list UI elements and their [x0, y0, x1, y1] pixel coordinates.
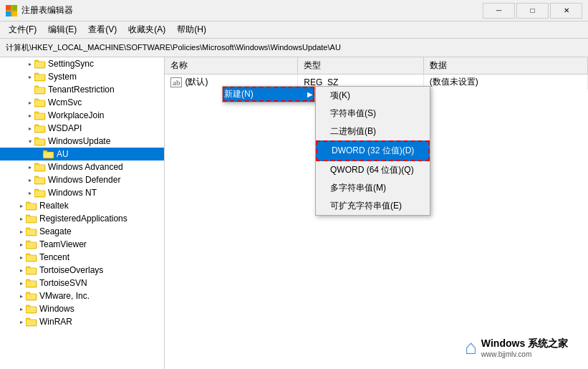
tree-label-seagate: Seagate — [39, 226, 72, 236]
svg-rect-27 — [44, 153, 53, 158]
right-panel: 名称 类型 数据 ab(默认)REG_SZ(数值未设置) 新建(N) ▶ 项(K… — [165, 57, 588, 369]
tree-item-settingsync[interactable]: ▸ SettingSync — [0, 57, 164, 70]
col-name[interactable]: 名称 — [165, 57, 298, 75]
menu-item-查看[interactable]: 查看(V) — [82, 22, 122, 37]
folder-icon-tencent — [26, 252, 37, 262]
tree-label-wcmsvc: WcmSvc — [48, 97, 82, 107]
menu-item-帮助[interactable]: 帮助(H) — [171, 22, 212, 37]
svg-rect-9 — [35, 75, 44, 81]
close-button[interactable]: ✕ — [550, 3, 582, 19]
tree-panel[interactable]: ▸ SettingSync▸ System TenantRestriction▸… — [0, 57, 165, 369]
tree-item-tenantrestriction[interactable]: TenantRestriction — [0, 83, 164, 96]
folder-icon-windowsnt — [34, 188, 46, 198]
expander-settingsync[interactable]: ▸ — [26, 59, 34, 68]
expander-wcmsvc[interactable]: ▸ — [26, 98, 34, 107]
expander-vmware[interactable]: ▸ — [17, 292, 26, 300]
folder-icon-registeredapps — [26, 214, 37, 224]
main-area: ▸ SettingSync▸ System TenantRestriction▸… — [0, 57, 588, 369]
maximize-button[interactable]: □ — [516, 3, 549, 19]
window-controls: ─ □ ✕ — [483, 3, 582, 19]
tree-item-realtek[interactable]: ▸ Realtek — [0, 199, 164, 212]
svg-rect-12 — [35, 88, 44, 94]
submenu-zifu[interactable]: 字符串值(S) — [316, 105, 430, 123]
tree-item-wcmsvc[interactable]: ▸ WcmSvc — [0, 96, 164, 109]
expander-tortoisesvn[interactable]: ▸ — [17, 279, 26, 287]
expander-system[interactable]: ▸ — [26, 72, 34, 81]
tree-item-workplacejoin[interactable]: ▸ WorkplaceJoin — [0, 109, 164, 122]
submenu-kzc[interactable]: 可扩充字符串值(E) — [316, 197, 430, 215]
tree-item-windowsadvanced[interactable]: ▸ Windows Advanced — [0, 160, 164, 173]
registry-table: 名称 类型 数据 ab(默认)REG_SZ(数值未设置) — [165, 57, 588, 90]
folder-icon-vmware — [26, 291, 37, 301]
svg-rect-0 — [6, 5, 11, 10]
svg-rect-63 — [26, 307, 36, 313]
submenu-xiang[interactable]: 项(K) — [316, 87, 430, 105]
col-data[interactable]: 数据 — [423, 57, 587, 75]
expander-seagate[interactable]: ▸ — [17, 227, 26, 236]
folder-icon-realtek — [26, 201, 37, 211]
expander-tenantrestriction[interactable] — [26, 85, 34, 94]
minimize-button[interactable]: ─ — [483, 3, 515, 19]
col-type[interactable]: 类型 — [298, 57, 423, 75]
new-label: 新建(N) — [224, 88, 254, 100]
folder-icon-tortoiseoverlays — [26, 265, 37, 275]
tree-item-tortoiseoverlays[interactable]: ▸ TortoiseOverlays — [0, 264, 164, 277]
tree-item-windowsupdate[interactable]: ▾ WindowsUpdate — [0, 135, 164, 148]
expander-tortoiseoverlays[interactable]: ▸ — [17, 266, 26, 274]
expander-registeredapps[interactable]: ▸ — [17, 214, 26, 223]
folder-icon-teamviewer — [26, 239, 37, 249]
tree-item-windowsnt[interactable]: ▸ Windows NT — [0, 186, 164, 199]
svg-rect-2 — [6, 11, 11, 16]
tree-item-registeredapps[interactable]: ▸ RegisteredApplications — [0, 212, 164, 225]
new-menu-item[interactable]: 新建(N) ▶ — [223, 87, 314, 102]
folder-icon-tortoisesvn — [26, 278, 37, 288]
address-bar: 计算机\HKEY_LOCAL_MACHINE\SOFTWARE\Policies… — [0, 39, 588, 57]
submenu-jinzhi[interactable]: 二进制值(B) — [316, 123, 430, 140]
menu-item-编辑[interactable]: 编辑(E) — [42, 22, 82, 37]
brand-name: Windows 系统之家 — [481, 337, 568, 350]
tree-item-seagate[interactable]: ▸ Seagate — [0, 225, 164, 238]
tree-item-tortoisesvn[interactable]: ▸ TortoiseSVN — [0, 277, 164, 289]
watermark: ⌂ Windows 系统之家 www.bjjmlv.com — [445, 326, 588, 369]
expander-realtek[interactable]: ▸ — [17, 201, 26, 210]
submenu-qword[interactable]: QWORD (64 位值)(Q) — [316, 161, 430, 179]
tree-item-windows[interactable]: ▸ Windows — [0, 302, 164, 315]
tree-item-tencent[interactable]: ▸ Tencent — [0, 251, 164, 264]
expander-windowsnt[interactable]: ▸ — [26, 188, 34, 197]
svg-rect-18 — [35, 114, 44, 120]
expander-au[interactable] — [34, 150, 43, 158]
svg-rect-30 — [35, 166, 44, 171]
tree-item-wsdapi[interactable]: ▸ WSDAPI — [0, 122, 164, 135]
tree-label-windowsadvanced: Windows Advanced — [48, 162, 123, 172]
menu-item-文件[interactable]: 文件(F) — [3, 22, 42, 37]
menu-item-收藏夹[interactable]: 收藏夹(A) — [122, 22, 171, 37]
submenu-duozi[interactable]: 多字符串值(M) — [316, 179, 430, 197]
folder-icon-system — [34, 72, 46, 82]
tree-item-vmware[interactable]: ▸ VMware, Inc. — [0, 289, 164, 302]
folder-icon-au — [43, 149, 54, 159]
tree-item-windowsdefender[interactable]: ▸ Windows Defender — [0, 173, 164, 186]
expander-windowsupdate[interactable]: ▾ — [26, 137, 34, 145]
svg-rect-1 — [12, 5, 17, 10]
menu-bar: 文件(F)编辑(E)查看(V)收藏夹(A)帮助(H) — [0, 21, 588, 39]
svg-rect-36 — [35, 191, 44, 197]
tree-item-teamviewer[interactable]: ▸ TeamViewer — [0, 238, 164, 251]
expander-windows[interactable]: ▸ — [17, 305, 26, 313]
expander-windowsadvanced[interactable]: ▸ — [26, 163, 34, 171]
expander-winrar[interactable]: ▸ — [17, 317, 26, 326]
tree-label-windowsupdate: WindowsUpdate — [48, 136, 110, 146]
tree-label-windows: Windows — [39, 304, 74, 314]
expander-tencent[interactable]: ▸ — [17, 253, 26, 262]
expander-teamviewer[interactable]: ▸ — [17, 240, 26, 249]
tree-item-winrar[interactable]: ▸ WinRAR — [0, 315, 164, 328]
expander-windowsdefender[interactable]: ▸ — [26, 176, 34, 184]
expander-workplacejoin[interactable]: ▸ — [26, 111, 34, 120]
folder-icon-workplacejoin — [34, 110, 46, 120]
folder-icon-tenantrestriction — [34, 85, 46, 95]
tree-item-au[interactable]: AU — [0, 148, 164, 160]
tree-item-system[interactable]: ▸ System — [0, 70, 164, 83]
expander-wsdapi[interactable]: ▸ — [26, 124, 34, 133]
folder-icon-seagate — [26, 226, 37, 236]
submenu-dword[interactable]: DWORD (32 位值)(D) — [316, 140, 430, 161]
context-menu-overlay: 新建(N) ▶ 项(K) 字符串值(S) 二进制值(B) DWORD (32 位… — [222, 86, 315, 102]
